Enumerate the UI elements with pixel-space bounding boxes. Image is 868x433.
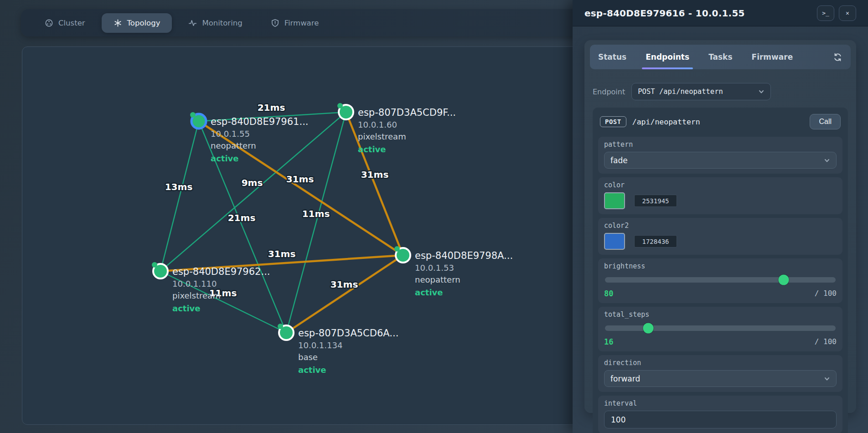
- endpoint-path: /api/neopattern: [632, 118, 700, 126]
- node-name-label: esp-840D8E9798A...: [415, 250, 513, 261]
- node-name-label: esp-840D8E97962...: [172, 266, 270, 277]
- topology-node[interactable]: esp-807D3A5CD6A...10.0.1.134baseactive: [278, 324, 398, 375]
- device-panel-header: esp-840D8E979616 - 10.0.1.55 >_ ✕: [573, 0, 868, 26]
- direction-select-value: forward: [610, 374, 640, 383]
- node-type-label: pixelstream: [172, 291, 221, 300]
- nav-item-topology[interactable]: Topology: [102, 13, 172, 33]
- terminal-button[interactable]: >_: [817, 5, 834, 21]
- interval-input[interactable]: 100: [604, 411, 837, 428]
- field-label: color: [604, 181, 837, 189]
- method-badge: POST: [600, 116, 626, 127]
- field-label: interval: [604, 399, 837, 407]
- node-ip-label: 10.0.1.134: [298, 340, 342, 350]
- color-swatch[interactable]: [604, 192, 625, 209]
- tab-firmware[interactable]: Firmware: [752, 45, 793, 69]
- device-panel-title: esp-840D8E979616 - 10.0.1.55: [584, 8, 745, 19]
- node-ip-label: 10.0.1.110: [172, 279, 217, 289]
- brightness-slider-thumb[interactable]: [779, 275, 789, 285]
- refresh-button[interactable]: [833, 45, 842, 69]
- topology-edge: [160, 121, 199, 271]
- color2-swatch[interactable]: [604, 233, 625, 250]
- endpoint-selector-row: Endpoint POST /api/neopattern: [593, 83, 848, 100]
- node-ip-label: 10.0.1.60: [358, 120, 397, 129]
- field-label: total_steps: [604, 310, 837, 319]
- edge-latency-label: 31ms: [286, 174, 314, 185]
- topology-graph: 21ms13ms21ms9ms11ms11ms31ms31ms31ms31mse…: [22, 47, 598, 425]
- node-status-dot: [337, 103, 343, 108]
- nav-item-firmware[interactable]: Firmware: [259, 13, 331, 33]
- terminal-icon: >_: [822, 10, 829, 16]
- node-type-label: base: [298, 352, 318, 362]
- topology-node[interactable]: esp-840D8E9798A...10.0.1.53neopatternact…: [394, 246, 513, 297]
- endpoint-form: POST /api/neopattern Call pattern fade c…: [593, 108, 848, 433]
- nav-label: Topology: [127, 19, 160, 27]
- field-label: brightness: [604, 262, 837, 270]
- edge-latency-label: 11ms: [302, 208, 330, 219]
- total-steps-value: 16: [604, 337, 613, 346]
- nav-label: Cluster: [58, 19, 85, 27]
- node-status-dot: [190, 112, 196, 118]
- node-ip-label: 10.0.1.53: [415, 263, 454, 273]
- field-brightness: brightness 80 / 100: [598, 258, 842, 303]
- node-status-label: active: [298, 365, 326, 375]
- node-name-label: esp-807D3A5CD6A...: [298, 328, 398, 339]
- monitoring-icon: [188, 19, 197, 27]
- field-color2: color2 1728436: [598, 218, 842, 255]
- endpoint-select-value: POST /api/neopattern: [638, 88, 723, 96]
- nav-item-monitoring[interactable]: Monitoring: [176, 13, 254, 33]
- device-panel: esp-840D8E979616 - 10.0.1.55 >_ ✕ Status…: [573, 0, 868, 433]
- brightness-value: 80: [604, 289, 613, 298]
- node-status-label: active: [172, 304, 201, 313]
- pattern-select-value: fade: [610, 156, 628, 165]
- topology-icon: [114, 19, 122, 27]
- field-color: color 2531945: [598, 177, 842, 214]
- pattern-select[interactable]: fade: [604, 152, 837, 169]
- brightness-slider[interactable]: [605, 277, 836, 283]
- tab-endpoints[interactable]: Endpoints: [646, 45, 689, 69]
- total-steps-slider-thumb[interactable]: [643, 323, 653, 334]
- nav-label: Monitoring: [202, 19, 242, 27]
- edge-latency-label: 21ms: [228, 212, 256, 223]
- field-label: direction: [604, 359, 837, 367]
- nav-item-cluster[interactable]: Cluster: [33, 13, 97, 33]
- total-steps-slider[interactable]: [605, 325, 836, 331]
- firmware-icon: [271, 19, 279, 27]
- endpoint-selector-label: Endpoint: [593, 88, 625, 96]
- chevron-down-icon: [824, 157, 830, 164]
- field-interval: interval 100: [598, 396, 842, 433]
- close-button[interactable]: ✕: [839, 5, 856, 21]
- node-ip-label: 10.0.1.55: [211, 129, 250, 139]
- node-status-label: active: [358, 144, 386, 154]
- brightness-max: / 100: [815, 289, 837, 298]
- endpoint-form-header: POST /api/neopattern Call: [598, 112, 842, 133]
- topology-canvas[interactable]: 21ms13ms21ms9ms11ms11ms31ms31ms31ms31mse…: [22, 46, 597, 425]
- color-value-input[interactable]: 2531945: [634, 195, 677, 207]
- edge-latency-label: 31ms: [361, 169, 389, 180]
- field-total-steps: total_steps 16 / 100: [598, 307, 842, 351]
- chevron-down-icon: [824, 376, 830, 382]
- refresh-icon: [833, 52, 842, 62]
- direction-select[interactable]: forward: [604, 370, 837, 387]
- edge-latency-label: 31ms: [331, 279, 358, 290]
- topology-node[interactable]: esp-807D3A5CD9F...10.0.1.60pixelstreamac…: [337, 103, 456, 154]
- node-status-label: active: [211, 154, 239, 163]
- node-name-label: esp-840D8E97961...: [211, 116, 308, 127]
- edge-latency-label: 13ms: [165, 181, 193, 192]
- field-pattern: pattern fade: [598, 137, 842, 174]
- field-direction: direction forward: [598, 355, 842, 392]
- tab-status[interactable]: Status: [598, 45, 626, 69]
- node-status-dot: [394, 246, 400, 252]
- panel-tabs: Status Endpoints Tasks Firmware: [590, 45, 851, 69]
- node-type-label: neopattern: [415, 275, 460, 284]
- color2-value-input[interactable]: 1728436: [634, 235, 677, 247]
- node-status-dot: [152, 262, 157, 268]
- node-status-label: active: [415, 288, 443, 297]
- tab-tasks[interactable]: Tasks: [708, 45, 732, 69]
- node-type-label: pixelstream: [358, 132, 406, 141]
- cluster-icon: [45, 19, 53, 27]
- edge-latency-label: 9ms: [242, 177, 263, 188]
- call-button[interactable]: Call: [810, 114, 841, 129]
- node-type-label: neopattern: [211, 141, 256, 150]
- endpoint-select[interactable]: POST /api/neopattern: [631, 83, 771, 100]
- close-icon: ✕: [846, 10, 849, 16]
